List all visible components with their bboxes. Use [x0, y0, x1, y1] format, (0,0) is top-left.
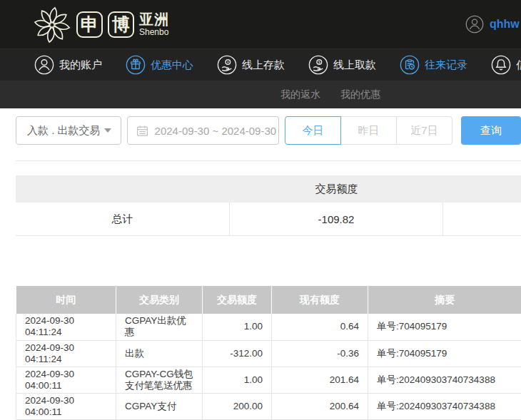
- hand-coin-withdraw-icon: $: [308, 55, 328, 75]
- gift-icon: [126, 55, 146, 75]
- nav-item-promo-center[interactable]: 优惠中心: [126, 55, 193, 75]
- table-row: 2024-09-30 04:00:11 CGPAY-CG钱包支付笔笔送优惠 1.…: [16, 367, 521, 393]
- cell-category: CGPAY出款优惠: [116, 314, 203, 340]
- nav-item-online-withdraw[interactable]: $ 线上取款: [308, 55, 376, 75]
- bell-icon: [491, 55, 511, 75]
- yesterday-button[interactable]: 昨日: [340, 116, 397, 145]
- main-navigation: 我的账户 优惠中心 ¥ 线上存款: [0, 48, 521, 81]
- site-header: 申 博 亚洲 Shenbo qhhw: [0, 0, 521, 48]
- username: qhhw: [490, 18, 520, 31]
- cell-note: 单号:704095179: [368, 340, 521, 367]
- nav-label: 线上存款: [242, 58, 285, 72]
- cell-amount: 1.00: [203, 367, 272, 393]
- user-account[interactable]: qhhw: [465, 0, 520, 48]
- section-divider: [16, 160, 521, 161]
- transactions-table: 时间 交易类别 交易额度 现有额度 摘要 2024-09-30 04:11:24…: [16, 286, 521, 420]
- sub-navigation: 我的返水 我的优惠: [0, 81, 521, 108]
- col-header-note: 摘要: [368, 286, 521, 314]
- search-button[interactable]: 查询: [461, 116, 521, 145]
- clipboard-clock-icon: [400, 55, 420, 75]
- nav-item-my-account[interactable]: 我的账户: [34, 55, 102, 75]
- cell-time: 2024-09-30 04:11:24: [16, 340, 116, 367]
- cell-note: 单号:202409303740734388: [368, 393, 521, 419]
- cell-balance: -0.36: [272, 340, 368, 367]
- cell-amount: 1.00: [203, 314, 272, 340]
- logo-region-cn: 亚洲: [139, 12, 169, 27]
- date-range-value: 2024-09-30 ~ 2024-09-30: [155, 125, 277, 137]
- nav-item-messages[interactable]: 信息: [491, 55, 521, 75]
- logo-char-bo: 博: [108, 11, 134, 38]
- cell-note: 单号:202409303740734388: [368, 367, 521, 393]
- last7days-button[interactable]: 近7日: [396, 116, 452, 145]
- filter-bar: 入款 . 出款交易 2024-09-30 ~ 2024-09-30 今日 昨日 …: [16, 116, 521, 145]
- nav-label: 优惠中心: [151, 58, 193, 72]
- site-logo[interactable]: 申 博 亚洲 Shenbo: [31, 3, 169, 46]
- cell-category: 出款: [116, 340, 203, 367]
- nav-item-transaction-records[interactable]: 往来记录: [400, 55, 467, 75]
- date-range-input[interactable]: 2024-09-30 ~ 2024-09-30: [127, 116, 279, 145]
- cell-time: 2024-09-30 04:00:11: [16, 393, 116, 419]
- cell-category: CGPAY-CG钱包支付笔笔送优惠: [116, 367, 203, 393]
- col-header-balance: 现有额度: [272, 286, 368, 314]
- col-header-time: 时间: [16, 286, 116, 314]
- transaction-type-select[interactable]: 入款 . 出款交易: [16, 116, 121, 145]
- table-row: 2024-09-30 04:00:11 CGPAY支付 200.00 200.6…: [16, 393, 521, 419]
- hand-coin-deposit-icon: ¥: [217, 55, 237, 75]
- summary-total-label: 总计: [16, 203, 230, 236]
- cell-category: CGPAY支付: [116, 393, 203, 419]
- subnav-item-my-rebate[interactable]: 我的返水: [280, 88, 320, 101]
- table-header-row: 时间 交易类别 交易额度 现有额度 摘要: [16, 286, 521, 314]
- subnav-item-my-promos[interactable]: 我的优惠: [340, 88, 380, 101]
- summary-spacer-cell: [443, 203, 521, 236]
- cell-time: 2024-09-30 04:00:11: [16, 367, 116, 393]
- summary-table: 交易额度 总计 -109.82: [16, 175, 521, 236]
- summary-header-row: 交易额度: [16, 175, 521, 203]
- nav-label: 信息: [516, 58, 521, 72]
- cell-amount: 200.00: [203, 393, 272, 419]
- summary-total-row: 总计 -109.82: [16, 203, 521, 236]
- table-row: 2024-09-30 04:11:24 出款 -312.00 -0.36 单号:…: [16, 340, 521, 367]
- logo-region-en: Shenbo: [139, 27, 169, 37]
- cell-balance: 0.64: [272, 314, 368, 340]
- summary-total-value: -109.82: [230, 203, 443, 236]
- person-icon: [34, 55, 54, 75]
- cell-balance: 201.64: [272, 367, 368, 393]
- cell-note: 单号:704095179: [368, 314, 521, 340]
- logo-region-text: 亚洲 Shenbo: [139, 12, 169, 37]
- quick-date-button-group: 今日 昨日 近7日: [285, 116, 452, 145]
- summary-header-spacer: [16, 175, 230, 203]
- calendar-icon: [136, 125, 148, 137]
- col-header-amount: 交易额度: [203, 286, 272, 314]
- svg-text:¥: ¥: [227, 60, 229, 64]
- lotus-flower-icon: [31, 3, 73, 46]
- cell-balance: 200.64: [272, 393, 368, 419]
- nav-item-online-deposit[interactable]: ¥ 线上存款: [217, 55, 285, 75]
- user-avatar-icon: [465, 15, 484, 34]
- cell-time: 2024-09-30 04:11:24: [16, 314, 116, 340]
- nav-label: 我的账户: [59, 58, 102, 72]
- nav-label: 往来记录: [425, 58, 467, 72]
- chevron-down-icon: [104, 128, 111, 133]
- transaction-type-value: 入款 . 出款交易: [27, 124, 101, 138]
- today-button[interactable]: 今日: [285, 116, 341, 145]
- cell-amount: -312.00: [203, 340, 272, 367]
- logo-characters: 申 博: [76, 11, 134, 38]
- summary-header-spacer: [443, 175, 521, 203]
- col-header-category: 交易类别: [116, 286, 203, 314]
- nav-label: 线上取款: [333, 58, 376, 72]
- summary-header-label: 交易额度: [230, 175, 443, 203]
- logo-char-shen: 申: [76, 11, 103, 38]
- table-row: 2024-09-30 04:11:24 CGPAY出款优惠 1.00 0.64 …: [16, 314, 521, 340]
- svg-text:$: $: [318, 60, 320, 64]
